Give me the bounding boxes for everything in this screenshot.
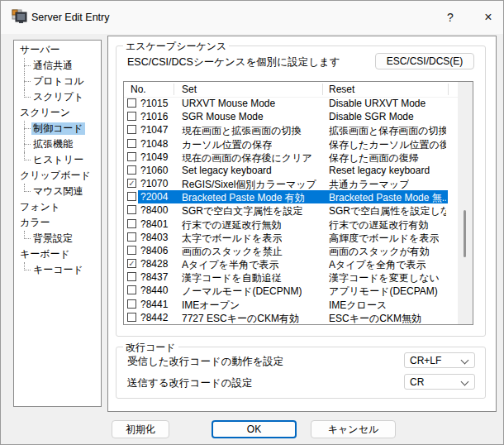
tree-item-label: 制御コード [31, 122, 85, 135]
sidebar-item-カラー[interactable]: カラー [14, 215, 101, 231]
cell-no: ?1060 [140, 165, 168, 176]
sidebar-item-制御コード[interactable]: 制御コード [14, 121, 101, 136]
escape-list-row-?1016[interactable]: ?1016SGR Mouse ModeDisable SGR Mode [124, 110, 458, 123]
row-checkbox[interactable] [127, 285, 136, 294]
cancel-button[interactable]: キャンセル [311, 420, 396, 438]
escape-list-row-?1048[interactable]: ?1048カーソル位置の保存保存したカーソル位置の復帰 [124, 137, 458, 151]
tree-item-label: キーボード [18, 248, 72, 261]
tree-item-label: ヒストリー [31, 154, 85, 166]
tree-connector [18, 152, 31, 168]
sidebar-item-フォント[interactable]: フォント [14, 199, 101, 215]
sidebar-item-拡張機能[interactable]: 拡張機能 [14, 136, 101, 152]
cell-no: ?1047 [140, 124, 168, 136]
list-scrollbar[interactable] [458, 82, 473, 324]
sidebar-item-スクリプト[interactable]: スクリプト [14, 89, 101, 105]
row-checkbox-checked[interactable]: ✓ [127, 179, 136, 188]
escape-sequence-group: エスケープシーケンス ESC/CSI/DCSシーケンスを個別に設定します ESC… [116, 45, 486, 337]
initialize-button[interactable]: 初期化 [112, 420, 169, 438]
sidebar-item-スクリーン[interactable]: スクリーン [14, 105, 101, 121]
escape-list-body: ?1015URXVT Mouse ModeDisable URXVT Mode?… [124, 97, 458, 324]
escape-list-row-?8442[interactable]: ?84427727 ESCキーのCKM有効ESCキーのCKM無効 [124, 311, 458, 324]
tree-item-label: 背景設定 [31, 232, 74, 245]
chevron-down-icon [461, 356, 469, 365]
escape-list-row-?8428[interactable]: ✓?8428Aタイプを半角で表示Aタイプを全角で表示 [124, 257, 458, 270]
close-icon[interactable]: × [477, 6, 500, 29]
row-checkbox[interactable] [127, 112, 136, 121]
tree-item-label: サーバー [18, 44, 62, 56]
escape-list-row-?8406[interactable]: ?8406画面のスタックを禁止画面のスタックが有効 [124, 244, 458, 257]
escape-list-row-?1060[interactable]: ?1060Set legacy keyboardReset legacy key… [124, 164, 458, 177]
row-checkbox[interactable] [127, 219, 136, 228]
tree-connector [18, 136, 31, 152]
escape-list-row-?8437[interactable]: ?8437漢字コードを自動追従漢字コードを変更しない [124, 270, 458, 284]
esc-csi-dcs-button[interactable]: ESC/CSI/DCS(E) [375, 53, 474, 69]
scrollbar-thumb[interactable] [464, 210, 466, 257]
list-header: No. Set Reset [124, 82, 473, 98]
newline-group-title: 改行コード [123, 341, 178, 355]
column-divider [448, 84, 449, 95]
escape-group-title: エスケープシーケンス [123, 40, 229, 54]
cell-no: ?2004 [140, 191, 168, 203]
escape-list-row-?8400[interactable]: ?8400SGRで空白文字属性を設定SGRで空白属性を設定しな... [124, 203, 458, 217]
escape-list-row-?8440[interactable]: ?8440ノーマルモード(DECPNM)アプリモード(DECPAM) [124, 284, 458, 297]
ok-button[interactable]: OK [212, 420, 297, 438]
column-divider [174, 84, 174, 95]
title-bar: Server Edit Entry ? × [1, 1, 503, 34]
tree-connector [18, 58, 31, 74]
sidebar-item-キーボード[interactable]: キーボード [14, 246, 101, 262]
cell-no: ?1049 [140, 151, 168, 163]
row-checkbox[interactable] [127, 139, 136, 148]
escape-list-row-?1070[interactable]: ✓?1070ReGIS/Sixel個別カラーマップ共通カラーマップ [124, 177, 458, 190]
tree-item-label: 拡張機能 [31, 138, 74, 151]
row-checkbox[interactable] [127, 232, 136, 242]
sidebar-item-背景設定[interactable]: 背景設定 [14, 231, 101, 246]
escape-list-row-?8403[interactable]: ?8403太字でボールドを表示高輝度でボールドを表示 [124, 231, 458, 244]
cell-no: ?8403 [140, 232, 168, 243]
cell-set: URXVT Mouse Mode [182, 98, 275, 109]
escape-list-row-?1047[interactable]: ?1047現在画面と拡張画面の切換拡張画面と保存画面の切換 [124, 123, 458, 136]
column-header-reset[interactable]: Reset [329, 84, 354, 95]
cell-no: ?8440 [140, 285, 168, 296]
send-newline-select[interactable]: CR [404, 374, 475, 390]
escape-list-row-?1049[interactable]: ?1049現在の画面の保存後にクリア保存した画面の復帰 [124, 151, 458, 164]
cell-no: ?8406 [140, 245, 168, 256]
row-checkbox[interactable] [127, 152, 136, 161]
row-checkbox[interactable] [127, 98, 136, 108]
row-checkbox[interactable] [127, 272, 136, 281]
escape-list-row-?8441[interactable]: ?8441IMEオープンIMEクロース [124, 298, 458, 311]
row-checkbox[interactable] [127, 299, 136, 309]
tree-item-label: プロトコル [31, 75, 85, 88]
cell-reset: Disable SGR Mode [329, 111, 414, 122]
row-checkbox-checked[interactable]: ✓ [127, 259, 136, 268]
escape-list-row-?2004[interactable]: ?2004Bracketed Paste Mode 有効Bracketed Pa… [124, 190, 458, 203]
sidebar-item-マウス関連[interactable]: マウス関連 [14, 184, 101, 199]
help-button[interactable]: ? [439, 6, 462, 29]
tree-item-label: カラー [18, 217, 52, 229]
server-edit-entry-dialog: Server Edit Entry ? × サーバー通信共通プロトコルスクリプト… [0, 0, 504, 445]
row-checkbox[interactable] [127, 125, 136, 134]
row-checkbox[interactable] [127, 205, 136, 214]
escape-list-row-?8401[interactable]: ?8401行末での遅延改行無効行末での遅延改行有効 [124, 218, 458, 231]
row-checkbox[interactable] [127, 165, 136, 175]
cell-no: ?8441 [140, 299, 168, 310]
sidebar-item-クリップボード[interactable]: クリップボード [14, 168, 101, 184]
escape-list-row-?1015[interactable]: ?1015URXVT Mouse ModeDisable URXVT Mode [124, 97, 458, 110]
sidebar-item-ヒストリー[interactable]: ヒストリー [14, 152, 101, 168]
cell-reset: ESCキーのCKM無効 [329, 312, 421, 325]
column-header-set[interactable]: Set [182, 84, 197, 95]
app-icon [12, 9, 27, 25]
window-title: Server Edit Entry [31, 1, 109, 34]
sidebar-item-プロトコル[interactable]: プロトコル [14, 74, 101, 89]
tree-item-label: スクリーン [18, 107, 72, 119]
tree-connector [18, 184, 31, 199]
row-checkbox[interactable] [127, 192, 136, 201]
receive-newline-select[interactable]: CR+LF [404, 352, 475, 368]
sidebar-item-サーバー[interactable]: サーバー [14, 42, 101, 58]
sidebar-item-キーコード[interactable]: キーコード [14, 262, 101, 278]
escape-sequence-list[interactable]: No. Set Reset ?1015URXVT Mouse ModeDisab… [123, 81, 473, 325]
row-checkbox[interactable] [127, 246, 136, 255]
sidebar-item-通信共通[interactable]: 通信共通 [14, 58, 101, 74]
column-header-no[interactable]: No. [131, 84, 146, 95]
row-checkbox[interactable] [127, 313, 136, 322]
tree-connector [18, 262, 31, 278]
